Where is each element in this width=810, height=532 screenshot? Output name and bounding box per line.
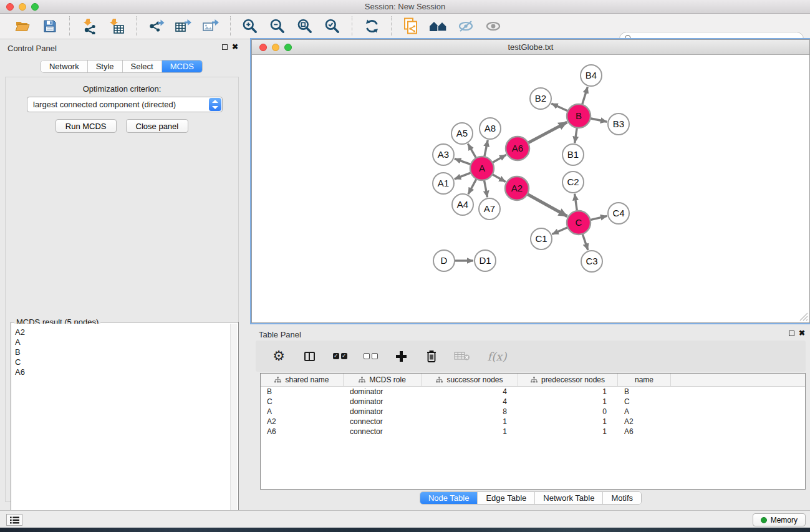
edge-A-A7[interactable] xyxy=(484,180,487,198)
mcds-result-item[interactable]: A2 xyxy=(12,328,230,338)
table-cell[interactable]: B xyxy=(618,387,671,397)
graph-node-C3[interactable]: C3 xyxy=(581,251,602,272)
table-cell[interactable]: A2 xyxy=(261,417,344,427)
criterion-dropdown[interactable]: largest connected component (directed) xyxy=(27,97,223,112)
table-row[interactable]: A6connector11A6 xyxy=(261,427,805,437)
table-cell[interactable]: 0 xyxy=(518,407,618,417)
graph-node-A6[interactable]: A6 xyxy=(506,137,529,160)
edge-A6-B[interactable] xyxy=(528,122,567,143)
select-all-columns-icon[interactable]: ✓✓ xyxy=(332,348,348,364)
mcds-result-item[interactable]: C xyxy=(12,358,230,368)
graph-node-A4[interactable]: A4 xyxy=(452,194,473,215)
node-table[interactable]: shared nameMCDS rolesuccessor nodesprede… xyxy=(260,373,806,490)
show-graphics-details-icon[interactable] xyxy=(484,17,503,36)
graph-node-A[interactable]: A xyxy=(470,157,494,180)
show-columns-icon[interactable] xyxy=(301,348,317,364)
table-cell[interactable]: 1 xyxy=(518,427,618,437)
graph-node-A3[interactable]: A3 xyxy=(433,144,454,165)
edge-B-B1[interactable] xyxy=(575,128,577,143)
graph-node-A5[interactable]: A5 xyxy=(451,123,473,144)
column-header-name[interactable]: name xyxy=(618,374,671,386)
run-mcds-button[interactable]: Run MCDS xyxy=(55,119,117,133)
edge-C-C2[interactable] xyxy=(575,194,577,211)
import-table-icon[interactable] xyxy=(107,17,126,36)
table-cell[interactable]: dominator xyxy=(344,407,422,417)
table-cell[interactable]: 8 xyxy=(422,407,518,417)
edge-A-A4[interactable] xyxy=(468,179,476,194)
graph-node-C4[interactable]: C4 xyxy=(608,203,629,224)
table-tab-motifs[interactable]: Motifs xyxy=(603,492,641,504)
edge-C-C4[interactable] xyxy=(590,216,607,220)
graph-node-C2[interactable]: C2 xyxy=(562,172,584,193)
deselect-all-columns-icon[interactable] xyxy=(362,348,378,364)
home-layout-icon[interactable] xyxy=(429,17,448,36)
table-cell[interactable]: 1 xyxy=(422,427,518,437)
edge-B-B4[interactable] xyxy=(582,87,588,105)
import-network-icon[interactable] xyxy=(80,17,99,36)
close-panel-button[interactable]: Close panel xyxy=(126,119,189,133)
memory-button[interactable]: Memory xyxy=(753,513,806,526)
close-panel-icon[interactable]: ✖ xyxy=(232,44,238,50)
network-canvas[interactable]: AA1A2A3A4A5A6A7A8BB1B2B3B4CC1C2C3C4DD1 xyxy=(252,55,809,322)
float-panel-icon[interactable] xyxy=(222,44,228,50)
column-header-predecessor-nodes[interactable]: predecessor nodes xyxy=(518,374,618,386)
edge-A-A1[interactable] xyxy=(455,173,471,179)
table-cell[interactable]: A6 xyxy=(261,427,344,437)
export-table-icon[interactable] xyxy=(174,17,193,36)
result-scrollbar[interactable] xyxy=(230,324,237,532)
graph-node-C[interactable]: C xyxy=(567,211,591,235)
save-session-icon[interactable] xyxy=(41,17,59,36)
graph-node-D[interactable]: D xyxy=(433,250,455,271)
edge-A-A6[interactable] xyxy=(493,155,506,162)
edge-C-C1[interactable] xyxy=(552,228,567,235)
table-cell[interactable]: C xyxy=(261,397,344,407)
tab-mcds[interactable]: MCDS xyxy=(162,60,202,72)
table-tab-node-table[interactable]: Node Table xyxy=(420,492,478,504)
column-header-successor-nodes[interactable]: successor nodes xyxy=(422,374,518,386)
mcds-result-item[interactable]: B xyxy=(12,348,230,358)
table-row[interactable]: Adominator80A xyxy=(261,407,805,417)
edge-A-A8[interactable] xyxy=(485,140,488,157)
table-cell[interactable]: 1 xyxy=(422,417,518,427)
zoom-out-icon[interactable] xyxy=(268,17,287,36)
table-tab-edge-table[interactable]: Edge Table xyxy=(478,492,535,504)
table-cell[interactable]: A xyxy=(261,407,344,417)
table-close-panel-icon[interactable]: ✖ xyxy=(799,330,805,336)
table-cell[interactable]: 1 xyxy=(518,417,618,427)
graph-node-A2[interactable]: A2 xyxy=(505,177,529,200)
graph-node-B[interactable]: B xyxy=(567,104,591,128)
mcds-result-item[interactable]: A xyxy=(12,338,230,348)
column-header-shared-name[interactable]: shared name xyxy=(261,374,344,386)
graph-node-B4[interactable]: B4 xyxy=(581,65,602,86)
hide-graphics-details-icon[interactable] xyxy=(456,17,475,36)
graph-node-C1[interactable]: C1 xyxy=(531,228,552,249)
table-row[interactable]: Bdominator41B xyxy=(261,387,805,397)
function-builder-icon[interactable]: f(x) xyxy=(485,348,509,364)
refresh-view-icon[interactable] xyxy=(362,17,381,36)
tab-network[interactable]: Network xyxy=(41,60,88,72)
table-cell[interactable]: C xyxy=(618,397,671,407)
graph-node-A7[interactable]: A7 xyxy=(479,198,500,220)
table-cell[interactable]: connector xyxy=(344,427,422,437)
graph-node-B1[interactable]: B1 xyxy=(562,144,584,165)
table-cell[interactable]: dominator xyxy=(344,387,422,397)
tab-style[interactable]: Style xyxy=(88,60,123,72)
column-header-MCDS-role[interactable]: MCDS role xyxy=(344,374,422,386)
network-window-titlebar[interactable]: testGlobe.txt xyxy=(252,40,809,55)
delete-table-icon[interactable] xyxy=(454,348,470,364)
network-graph[interactable]: AA1A2A3A4A5A6A7A8BB1B2B3B4CC1C2C3C4DD1 xyxy=(253,55,810,323)
edge-B-B2[interactable] xyxy=(551,104,567,111)
zoom-selected-icon[interactable] xyxy=(323,17,342,36)
graph-node-A8[interactable]: A8 xyxy=(480,118,501,139)
table-cell[interactable]: 4 xyxy=(422,397,518,407)
table-float-panel-icon[interactable] xyxy=(789,331,794,336)
table-cell[interactable]: 4 xyxy=(422,387,518,397)
table-row[interactable]: Cdominator41C xyxy=(261,397,805,407)
table-cell[interactable]: connector xyxy=(344,417,422,427)
table-cell[interactable]: dominator xyxy=(344,397,422,407)
tab-select[interactable]: Select xyxy=(123,60,162,72)
mcds-result-item[interactable]: A6 xyxy=(12,368,230,378)
mcds-result-list[interactable]: A2ABCA6 xyxy=(12,324,230,532)
edge-A-A2[interactable] xyxy=(492,174,505,181)
edge-A2-C[interactable] xyxy=(528,194,567,216)
